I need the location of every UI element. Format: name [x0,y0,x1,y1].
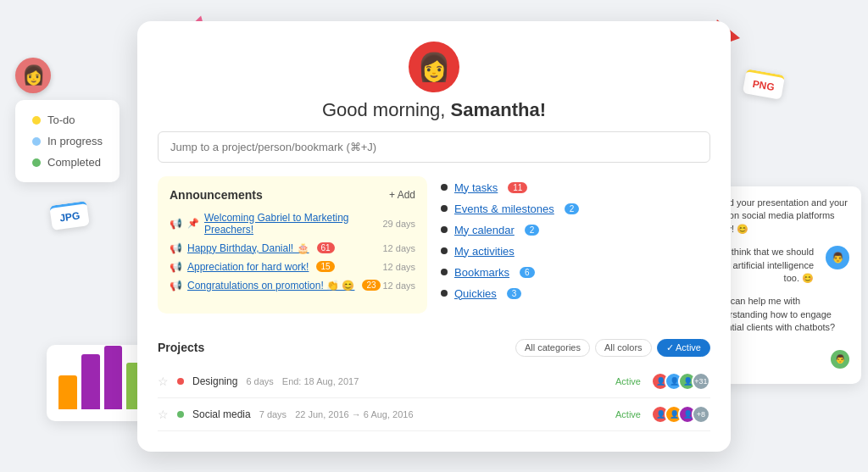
legend-label-completed: Completed [47,156,101,169]
announcement-link-4[interactable]: Congratulations on promotion! 👏 😊 [187,280,354,292]
task-item-4: My activities [441,245,710,258]
announcement-item-1: 📢 📌 Welcoming Gabriel to Marketing Preac… [170,212,415,236]
project-dot-1 [177,378,184,385]
announcement-link-3[interactable]: Appreciation for hard work! [187,261,309,273]
chart-bar [58,375,77,409]
chart-bar [104,346,123,409]
announcement-left-2: 📢 Happy Birthday, Danial! 🎂 61 [170,242,382,254]
project-dot-2 [177,411,184,418]
filter-all-categories[interactable]: All categories [515,339,590,357]
task-item-5: Bookmarks 6 [441,266,710,279]
task-link-mytasks[interactable]: My tasks [454,181,498,194]
task-dot-5 [441,269,448,275]
greeting-text: Good morning, [322,99,451,120]
announcement-item-3: 📢 Appreciation for hard work! 15 12 days [170,261,415,273]
task-count-6: 3 [507,288,522,299]
project-days-2: 7 days [259,409,287,419]
task-item-3: My calendar 2 [441,224,710,236]
task-dot-1 [441,184,448,191]
project-status-2: Active [615,409,641,419]
task-count-1: 11 [508,182,527,193]
task-item-2: Events & milestones 2 [441,203,710,215]
legend-item-inprogress: In progress [32,135,103,147]
user-avatar: 👩 [409,42,459,92]
project-row-2: ☆ Social media 7 days 22 Jun, 2016 → 6 A… [158,398,710,431]
project-avatars-1: 👤 👤 👤 +31 [656,372,710,391]
star-icon-2[interactable]: ☆ [158,408,169,421]
project-plus-2: +8 [692,405,710,424]
legend-card: To-do In progress Completed [15,100,120,182]
search-input[interactable] [158,131,710,163]
project-row-1: ☆ Designing 6 days End: 18 Aug, 2017 Act… [158,365,710,398]
project-date-2: 22 Jun, 2016 → 6 Aug, 2016 [295,409,607,419]
greeting: Good morning, Samantha! [322,99,546,121]
project-plus-1: +31 [692,372,710,391]
chat-avatar-typing: 👨 [831,350,849,369]
task-link-events[interactable]: Events & milestones [454,203,554,215]
task-item-6: Quickies 3 [441,287,710,300]
chat-avatar-2: 👨 [826,246,849,269]
task-count-2: 2 [565,203,580,214]
task-dot-6 [441,290,448,297]
badge-3: 15 [316,261,334,272]
legend-dot-todo [32,116,41,125]
badge-2: 61 [317,242,335,253]
project-status-1: Active [615,376,641,386]
checkmark-icon: ✓ [666,342,676,353]
megaphone-icon-4: 📢 [170,280,182,292]
task-dot-3 [441,226,448,233]
announcement-item-4: 📢 Congratulations on promotion! 👏 😊 23 1… [170,280,415,292]
task-dot-2 [441,205,448,212]
chart-bar [81,354,100,409]
task-dot-4 [441,247,448,254]
projects-header: Projects All categories All colors ✓ Act… [158,339,710,357]
announcement-days-1: 29 days [382,219,415,229]
legend-label-inprogress: In progress [47,135,103,147]
task-link-bookmarks[interactable]: Bookmarks [454,266,509,279]
announcement-days-4: 12 days [382,280,415,291]
project-avatars-2: 👤 👤 👤 +8 [656,405,710,424]
task-item-1: My tasks 11 [441,181,710,194]
announcements-card: Announcements + Add 📢 📌 Welcoming Gabrie… [158,176,427,314]
star-icon-1[interactable]: ☆ [158,375,169,388]
announcement-left-4: 📢 Congratulations on promotion! 👏 😊 23 [170,280,382,292]
projects-title: Projects [158,341,204,354]
legend-dot-inprogress [32,137,41,146]
filter-active[interactable]: ✓ Active [657,339,710,357]
greeting-username: Samantha! [451,99,546,120]
add-announcement-button[interactable]: + Add [389,189,415,201]
pin-icon-1: 📌 [187,218,199,229]
announcements-title: Announcements [170,188,263,202]
png-badge: PNG [743,69,785,100]
task-link-quickies[interactable]: Quickies [454,287,497,300]
megaphone-icon-3: 📢 [170,261,182,273]
project-name-1: Designing [192,375,237,387]
announcement-link-2[interactable]: Happy Birthday, Danial! 🎂 [187,242,309,254]
announcement-left-1: 📢 📌 Welcoming Gabriel to Marketing Preac… [170,212,382,236]
project-date-1: End: 18 Aug, 2017 [282,376,607,386]
filter-group: All categories All colors ✓ Active [515,339,710,357]
megaphone-icon-1: 📢 [170,218,182,230]
jpg-badge: JPG [49,201,90,230]
megaphone-icon-2: 📢 [170,242,182,254]
project-name-2: Social media [192,408,251,420]
announcement-days-2: 12 days [382,243,415,253]
task-link-activities[interactable]: My activities [454,245,515,258]
project-days-1: 6 days [246,376,273,386]
announcement-link-1[interactable]: Welcoming Gabriel to Marketing Preachers… [204,212,382,236]
legend-label-todo: To-do [47,114,75,126]
task-link-calendar[interactable]: My calendar [454,224,515,236]
tasks-card: My tasks 11 Events & milestones 2 My cal… [441,176,710,314]
legend-item-completed: Completed [32,156,103,169]
badge-4: 23 [362,280,380,291]
projects-section: Projects All categories All colors ✓ Act… [158,339,710,431]
announcements-header: Announcements + Add [170,188,415,202]
announcement-item-2: 📢 Happy Birthday, Danial! 🎂 61 12 days [170,242,415,254]
announcement-left-3: 📢 Appreciation for hard work! 15 [170,261,382,273]
main-card: 👩 Good morning, Samantha! Announcements … [137,21,731,452]
filter-all-colors[interactable]: All colors [595,339,652,357]
legend-item-todo: To-do [32,114,103,126]
task-count-3: 2 [525,225,540,236]
header-section: 👩 Good morning, Samantha! [158,42,710,163]
legend-dot-completed [32,158,41,167]
